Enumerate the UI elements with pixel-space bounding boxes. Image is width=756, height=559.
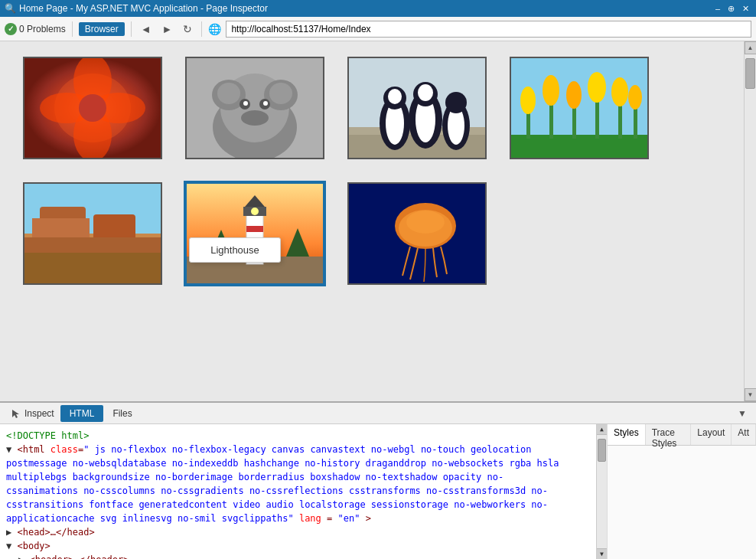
svg-point-14 (241, 110, 269, 126)
html-line-9: ▼ <body> (6, 539, 601, 553)
html-scroll-down[interactable]: ▼ (597, 548, 607, 559)
koala-image (187, 58, 323, 158)
separator-2 (131, 21, 132, 37)
panel-tabs: Inspect HTML Files ▼ (0, 403, 756, 424)
svg-point-36 (520, 87, 536, 114)
scroll-up-btn[interactable]: ▲ (745, 41, 757, 54)
html-line-4: multiplebgs backgroundsize no-borderimag… (6, 470, 601, 484)
image-koala[interactable] (185, 57, 324, 159)
problems-count: 0 Problems (19, 24, 66, 34)
browser-content: Lighthouse (0, 41, 744, 401)
html-line-5: cssanimations no-csscolumns no-cssgradie… (6, 484, 601, 498)
image-row-1 (23, 57, 721, 159)
svg-point-46 (628, 85, 642, 110)
html-tab[interactable]: HTML (60, 405, 104, 422)
svg-point-38 (543, 75, 559, 106)
cursor-icon (11, 408, 21, 419)
scroll-down-btn[interactable]: ▼ (745, 388, 757, 401)
minimize-btn[interactable]: – (713, 4, 722, 13)
html-line-3: postmessage no-websqldatabase no-indexed… (6, 456, 601, 470)
html-line-6: csstransitions fontface generatedcontent… (6, 498, 601, 512)
globe-icon: 🌐 (208, 23, 221, 35)
image-row-2 (23, 182, 721, 285)
svg-point-32 (445, 92, 467, 113)
svg-point-18 (263, 101, 268, 106)
desert-image (24, 184, 161, 283)
image-flower[interactable] (23, 57, 162, 159)
svg-point-29 (418, 84, 433, 101)
layout-tab[interactable]: Layout (691, 424, 732, 445)
separator-3 (201, 21, 202, 37)
toolbar: ✓ 0 Problems Browser ◄ ► ↻ 🌐 (0, 17, 756, 41)
svg-point-6 (79, 94, 106, 122)
tulips-image (511, 58, 647, 158)
back-button[interactable]: ◄ (138, 21, 155, 37)
panel-content: <!DOCTYPE html> ▼ <html class=" js no-fl… (0, 424, 756, 559)
html-panel-scrollbar[interactable]: ▲ ▼ (596, 424, 607, 559)
title-bar-icon: 🔍 (5, 3, 16, 14)
html-scroll-thumb[interactable] (598, 439, 606, 462)
arrow-html[interactable]: ▼ (6, 444, 11, 455)
html-line-2: ▼ <html class=" js no-flexbox no-flexbox… (6, 443, 601, 456)
svg-rect-34 (511, 135, 647, 158)
lighthouse-image (187, 184, 323, 283)
pin-btn[interactable]: ⊕ (725, 4, 737, 14)
tulips-svg (511, 58, 647, 158)
koala-svg (187, 58, 323, 158)
arrow-body[interactable]: ▼ (6, 541, 11, 551)
browser-button[interactable]: Browser (79, 22, 125, 36)
scroll-track[interactable] (745, 54, 756, 388)
svg-rect-58 (246, 226, 263, 232)
svg-point-42 (588, 72, 606, 103)
svg-point-44 (611, 77, 628, 106)
forward-button[interactable]: ► (159, 21, 176, 37)
desert-svg (24, 184, 161, 283)
browser-area: Lighthouse ▲ ▼ (0, 41, 756, 401)
html-line-8: ▶ <head>…</head> (6, 525, 601, 539)
penguins-svg (349, 58, 485, 158)
image-jellyfish[interactable] (347, 182, 487, 285)
scroll-thumb[interactable] (745, 58, 755, 89)
refresh-button[interactable]: ↻ (180, 21, 195, 37)
svg-point-12 (217, 83, 240, 104)
jellyfish-image (349, 184, 485, 283)
html-scroll-track[interactable] (597, 435, 607, 548)
image-penguins[interactable] (347, 57, 487, 159)
arrow-header[interactable]: ▶ (18, 554, 24, 559)
svg-point-69 (406, 211, 445, 234)
jellyfish-svg (349, 184, 485, 283)
inspect-label: Inspect (24, 408, 54, 419)
svg-marker-70 (12, 410, 19, 418)
vertical-scrollbar[interactable]: ▲ ▼ (744, 41, 756, 401)
doctype-text: <!DOCTYPE html> (6, 430, 89, 441)
html-scroll-up[interactable]: ▲ (597, 424, 607, 435)
penguins-image (349, 58, 485, 158)
tooltip-box: Lighthouse (189, 237, 281, 263)
attributes-tab[interactable]: Att (732, 424, 756, 445)
flower-image (24, 58, 161, 158)
inspect-tab[interactable]: Inspect (5, 405, 60, 422)
html-line-7: applicationcache svg inlinesvg no-smil s… (6, 512, 601, 525)
svg-point-13 (269, 83, 292, 104)
collapse-panel-btn[interactable]: ▼ (733, 408, 751, 419)
title-bar: 🔍 Home Page - My ASP.NET MVC Application… (0, 0, 756, 17)
image-lighthouse[interactable] (185, 182, 324, 285)
image-tulips[interactable] (510, 57, 649, 159)
trace-styles-tab[interactable]: Trace Styles (646, 424, 692, 445)
address-bar[interactable] (226, 21, 751, 38)
arrow-head[interactable]: ▶ (6, 527, 11, 538)
styles-tab[interactable]: Styles (608, 424, 646, 445)
right-panel-tabs: Styles Trace Styles Layout Att (608, 424, 756, 446)
svg-rect-53 (24, 253, 161, 283)
html-line-10: ▶ <header>…</header> (6, 553, 601, 559)
svg-point-17 (243, 101, 248, 106)
tooltip-text: Lighthouse (210, 244, 259, 256)
lighthouse-svg (187, 184, 323, 283)
close-btn[interactable]: ✕ (740, 4, 751, 14)
html-line-1: <!DOCTYPE html> (6, 429, 601, 443)
problems-indicator: ✓ 0 Problems (5, 23, 66, 35)
files-tab[interactable]: Files (103, 405, 141, 422)
right-panel: Styles Trace Styles Layout Att (607, 424, 756, 559)
image-desert[interactable] (23, 182, 162, 285)
separator-1 (72, 21, 73, 37)
